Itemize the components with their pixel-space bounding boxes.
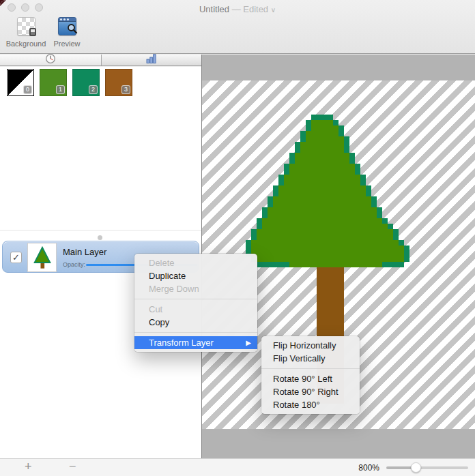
swatch-index-badge: 0 (23, 85, 32, 94)
menu-item-rotate-90-right[interactable]: Rotate 90° Right (261, 385, 360, 398)
palette-swatch-1[interactable]: 1 (40, 69, 67, 96)
layer-context-menu: Delete Duplicate Merge Down Cut Copy Tra… (134, 254, 257, 352)
swatch-index-badge: 2 (89, 85, 98, 94)
submenu-arrow-icon: ▶ (246, 336, 251, 349)
zoom-level: 800% (358, 463, 379, 473)
menu-separator (261, 368, 360, 369)
window-title: Untitled — Edited ∨ (0, 4, 475, 14)
edited-indicator: — Edited (232, 4, 268, 14)
menu-item-transform-layer[interactable]: Transform Layer ▶ (134, 336, 257, 349)
palette-swatch-0[interactable]: 0 (7, 69, 34, 96)
panel-divider-line (0, 230, 201, 230)
menu-item-flip-horizontally[interactable]: Flip Horizontally (261, 339, 360, 352)
layer-thumbnail[interactable] (27, 243, 57, 272)
title-toolbar: Untitled — Edited ∨ Background Preview (0, 0, 475, 54)
tab-frequent-colors[interactable] (101, 55, 203, 65)
menu-separator (134, 299, 257, 299)
background-button[interactable]: Background (4, 17, 48, 48)
menu-item-flip-vertically[interactable]: Flip Vertically (261, 352, 360, 365)
opacity-label: Opacity: (63, 261, 85, 268)
background-checkerboard-icon (17, 17, 35, 35)
chevron-down-icon: ∨ (271, 6, 276, 14)
color-swatches: 0 1 2 3 (7, 69, 132, 96)
swatch-index-badge: 1 (56, 85, 65, 94)
splitter-handle[interactable] (98, 235, 102, 240)
menu-item-copy[interactable]: Copy (134, 316, 257, 329)
bar-chart-icon (146, 54, 157, 66)
palette-swatch-3[interactable]: 3 (105, 69, 132, 96)
zoom-slider[interactable] (386, 466, 468, 469)
menu-item-delete[interactable]: Delete (134, 256, 257, 269)
layer-visibility-checkbox[interactable]: ✓ (10, 252, 22, 263)
magnifier-icon (67, 23, 78, 37)
palette-tabbar (0, 55, 202, 66)
menu-item-duplicate[interactable]: Duplicate (134, 269, 257, 282)
menu-separator (134, 332, 257, 333)
mini-window-icon (29, 28, 36, 36)
palette-swatch-2[interactable]: 2 (72, 69, 100, 96)
add-layer-button[interactable]: + (25, 460, 32, 474)
menu-item-rotate-90-left[interactable]: Rotate 90° Left (261, 372, 360, 385)
preview-window-icon (58, 17, 76, 35)
tree-thumbnail-icon (32, 246, 53, 269)
preview-button[interactable]: Preview (45, 17, 89, 48)
preview-label: Preview (45, 40, 89, 48)
zoom-slider-thumb[interactable] (411, 462, 421, 473)
remove-layer-button[interactable]: − (69, 460, 76, 474)
document-title: Untitled (199, 4, 229, 14)
menu-item-cut[interactable]: Cut (134, 303, 257, 316)
menu-item-merge-down[interactable]: Merge Down (134, 282, 257, 295)
transform-submenu: Flip Horizontally Flip Vertically Rotate… (261, 336, 360, 414)
clock-icon (45, 53, 56, 67)
swatch-index-badge: 3 (121, 85, 130, 94)
app-window: Untitled — Edited ∨ Background Preview (0, 0, 475, 476)
menu-item-rotate-180[interactable]: Rotate 180° (261, 398, 360, 411)
status-bar: + − 800% (0, 458, 475, 476)
tab-recent-colors[interactable] (0, 55, 101, 65)
layer-name: Main Layer (63, 247, 106, 257)
background-label: Background (4, 40, 48, 48)
